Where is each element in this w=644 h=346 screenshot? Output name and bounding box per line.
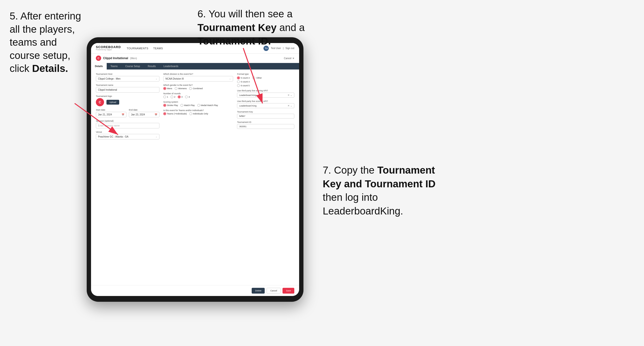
radio-stroke-icon	[163, 104, 166, 107]
teams-label: Is this event for Teams and/or Individua…	[163, 109, 233, 112]
tournament-name: Clippd Invitational	[103, 56, 128, 60]
api2-group: Use third-party live scoring API? Leader…	[237, 100, 294, 108]
chevron-down-icon-division: ⌄	[229, 78, 231, 80]
footer-cancel-button[interactable]: Cancel	[266, 288, 280, 294]
save-button[interactable]: Save	[282, 288, 294, 294]
end-date-input[interactable]: Jan 23, 2024 📅	[129, 112, 160, 117]
tournament-logo-icon: C	[96, 55, 101, 61]
name-input[interactable]: Clippd Invitational	[96, 87, 160, 93]
form-footer: Delete Cancel Save	[91, 285, 299, 296]
tab-details[interactable]: Details	[91, 63, 107, 69]
sponsor-group: Sponsor (optional) Enter sponsor name	[96, 120, 160, 128]
upload-button[interactable]: Upload	[106, 100, 119, 105]
venue-group: Venue Peachtree GC - Atlanta - GA ⌄	[96, 131, 160, 140]
host-group: Tournament Host Clippd College - Men ⌄	[96, 73, 160, 82]
radio-womens-icon	[174, 87, 178, 90]
brand-name: SCOREBOARD	[96, 45, 121, 49]
radio-6count4-icon	[237, 80, 240, 83]
logo-group: Tournament logo C Upload	[96, 95, 160, 106]
division-input[interactable]: NCAA Division III ⌄	[163, 76, 233, 82]
brand-sub: Powered by clippd	[96, 49, 121, 51]
radio-individuals-icon	[189, 112, 192, 115]
radio-round1-icon	[163, 95, 166, 98]
scoring-label: Scoring system	[163, 101, 233, 103]
id-value: 302051	[237, 124, 294, 129]
teams-group: Is this event for Teams and/or Individua…	[163, 109, 233, 115]
delete-button[interactable]: Delete	[252, 288, 265, 294]
radio-5count4-icon	[237, 76, 240, 79]
tablet-screen: SCOREBOARD Powered by clippd TOURNAMENTS…	[91, 43, 299, 296]
annotation-step6: 6. You will then see a Tournament Key an…	[198, 7, 342, 48]
tab-results[interactable]: Results	[144, 63, 160, 69]
radio-round3-icon	[178, 95, 181, 98]
tab-teams[interactable]: Teams	[107, 63, 122, 69]
radio-match-icon	[180, 104, 183, 107]
chevron-down-icon: ⌄	[156, 78, 157, 80]
radio-medal-icon	[197, 104, 200, 107]
gender-radio-group: Mens Womens Combined	[163, 87, 233, 90]
round-4[interactable]: 4	[185, 95, 190, 98]
form-content: Tournament Host Clippd College - Men ⌄ T…	[91, 69, 299, 285]
round-1[interactable]: 1	[163, 95, 168, 98]
api1-clear-icon[interactable]: ✕ ⌄	[288, 94, 292, 96]
gender-label: Which gender is the event for?	[163, 84, 233, 86]
form-col-left: Tournament Host Clippd College - Men ⌄ T…	[96, 73, 160, 282]
api2-select[interactable]: Leaderboard King ✕ ⌄	[237, 103, 294, 108]
scoring-stroke-play[interactable]: Stroke Play	[163, 104, 178, 107]
radio-6count5-icon	[237, 84, 240, 87]
radio-round2-icon	[170, 95, 174, 98]
format-other[interactable]: Other	[252, 76, 262, 79]
format-row-1: 5 count 4 Other	[237, 76, 294, 79]
division-label: Which division is the event for?	[163, 73, 233, 75]
gender-mens[interactable]: Mens	[163, 87, 172, 90]
tab-course-setup[interactable]: Course Setup	[122, 63, 144, 69]
tab-leaderboards[interactable]: Leaderboards	[160, 63, 182, 69]
close-icon: ✕	[292, 57, 294, 60]
scoring-match-play[interactable]: Match Play	[180, 104, 195, 107]
individuals-only[interactable]: Individuals Only	[189, 112, 208, 115]
annotation-step5: 5. After entering all the players, teams…	[10, 10, 87, 75]
scoring-group: Scoring system Stroke Play Match Play	[163, 101, 233, 107]
tournament-title-row: C Clippd Invitational (Men)	[96, 55, 137, 61]
format-group: Format type 5 count 4 Other	[237, 73, 294, 87]
gender-group: Which gender is the event for? Mens Wome…	[163, 84, 233, 90]
format-6count5[interactable]: 6 count 5	[237, 84, 294, 87]
scoring-radio-group: Stroke Play Match Play Medal Match Play	[163, 104, 233, 107]
scoring-medal-match[interactable]: Medal Match Play	[197, 104, 218, 107]
division-group: Which division is the event for? NCAA Di…	[163, 73, 233, 82]
name-group: Tournament name Clippd Invitational	[96, 84, 160, 93]
api1-group: Use third-party live scoring API? Leader…	[237, 89, 294, 98]
teams-plus-individuals[interactable]: Teams (+Individuals)	[163, 112, 187, 115]
form-col-right: Format type 5 count 4 Other	[237, 73, 294, 282]
venue-input[interactable]: Peachtree GC - Atlanta - GA ⌄	[96, 134, 160, 140]
tournament-header: C Clippd Invitational (Men) Cancel ✕	[91, 54, 299, 63]
host-label: Tournament Host	[96, 73, 160, 75]
gender-combined[interactable]: Combined	[189, 87, 202, 90]
venue-label: Venue	[96, 131, 160, 133]
gender-womens[interactable]: Womens	[174, 87, 187, 90]
radio-combined-icon	[189, 87, 192, 90]
name-label: Tournament name	[96, 84, 160, 86]
calendar-icon: 📅	[122, 114, 124, 116]
nav-tournaments[interactable]: TOURNAMENTS	[127, 47, 148, 50]
sponsor-input[interactable]: Enter sponsor name	[96, 123, 160, 128]
id-group: Tournament ID 302051	[237, 121, 294, 129]
host-input[interactable]: Clippd College - Men ⌄	[96, 76, 160, 82]
start-date-input[interactable]: Jan 21, 2024 📅	[96, 112, 126, 117]
nav-teams[interactable]: TEAMS	[153, 47, 163, 50]
format-options: 5 count 4 Other 6 count 4	[237, 76, 294, 87]
cancel-button[interactable]: Cancel ✕	[284, 57, 294, 60]
round-3[interactable]: 3	[178, 95, 182, 98]
api2-clear-icon[interactable]: ✕ ⌄	[288, 104, 292, 107]
format-6count4[interactable]: 6 count 4	[237, 80, 294, 83]
api1-select[interactable]: Leaderboard King ✕ ⌄	[237, 93, 294, 98]
date-row: Start date Jan 21, 2024 📅 End date Jan 2…	[96, 109, 160, 117]
brand: SCOREBOARD Powered by clippd	[96, 45, 121, 51]
format-label: Format type	[237, 73, 294, 75]
rounds-label: Number of rounds	[163, 92, 233, 95]
calendar-icon-end: 📅	[154, 114, 157, 116]
format-5count4[interactable]: 5 count 4	[237, 76, 250, 79]
tablet-frame: SCOREBOARD Powered by clippd TOURNAMENTS…	[87, 37, 304, 302]
round-2[interactable]: 2	[170, 95, 175, 98]
api2-label: Use third-party live scoring API?	[237, 100, 294, 102]
